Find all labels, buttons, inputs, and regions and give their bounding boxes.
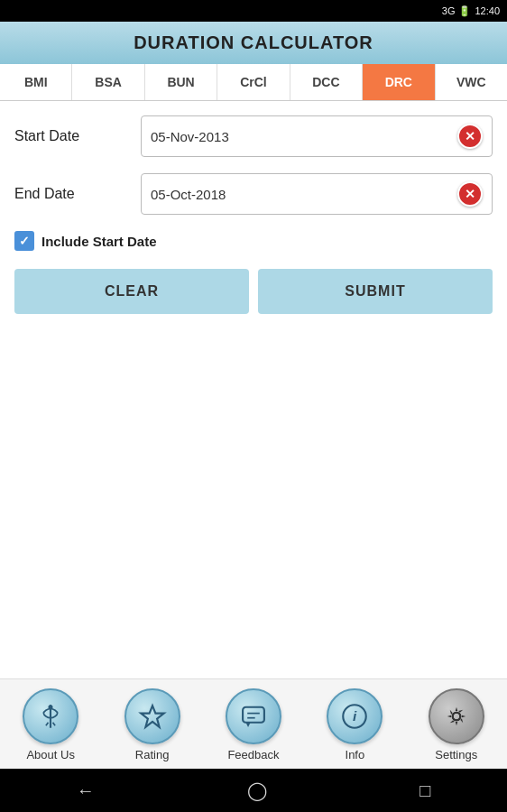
feedback-label: Feedback <box>227 748 279 761</box>
recents-button[interactable]: □ <box>419 780 430 801</box>
action-buttons: CLEAR SUBMIT <box>14 269 493 314</box>
battery-icon: 🔋 <box>458 5 471 17</box>
clear-end-date-button[interactable] <box>457 181 483 207</box>
android-nav-bar: ← ◯ □ <box>0 769 507 812</box>
start-date-input[interactable]: 05-Nov-2013 <box>141 115 493 157</box>
chat-icon <box>238 701 269 732</box>
main-content: Start Date 05-Nov-2013 End Date 05-Oct-2… <box>0 101 507 678</box>
svg-text:i: i <box>353 708 357 724</box>
nav-about-us[interactable]: About Us <box>14 688 87 761</box>
back-button[interactable]: ← <box>77 780 95 801</box>
nav-feedback[interactable]: Feedback <box>217 688 290 761</box>
caduceus-icon <box>35 701 66 732</box>
submit-button[interactable]: SUBMIT <box>258 269 493 314</box>
include-start-label: Include Start Date <box>41 234 157 249</box>
info-icon-circle: i <box>327 688 383 744</box>
tab-crcl[interactable]: CrCl <box>217 64 290 100</box>
nav-rating[interactable]: Rating <box>116 688 189 761</box>
nav-info[interactable]: i Info <box>318 688 391 761</box>
svg-line-2 <box>46 723 49 725</box>
status-bar: 3G 🔋 12:40 <box>0 0 507 22</box>
info-icon: i <box>339 701 370 732</box>
end-date-value: 05-Oct-2018 <box>151 187 450 202</box>
svg-rect-5 <box>243 707 264 723</box>
include-start-checkbox[interactable] <box>14 231 34 251</box>
start-date-label: Start Date <box>14 128 141 144</box>
network-indicator: 3G <box>442 5 456 16</box>
include-start-row: Include Start Date <box>14 231 493 251</box>
settings-icon-circle <box>429 688 484 744</box>
feedback-icon-circle <box>226 688 281 744</box>
gear-icon <box>441 701 472 732</box>
tab-bun[interactable]: BUN <box>145 64 217 100</box>
page-title: DURATION CALCULATOR <box>0 32 507 53</box>
about-us-icon-circle <box>23 688 78 744</box>
time-display: 12:40 <box>475 5 500 16</box>
info-label: Info <box>346 748 365 761</box>
tab-bsa[interactable]: BSA <box>72 64 144 100</box>
nav-settings[interactable]: Settings <box>420 688 493 761</box>
start-date-value: 05-Nov-2013 <box>151 129 450 144</box>
clear-start-date-button[interactable] <box>457 124 483 149</box>
svg-marker-8 <box>245 723 250 727</box>
svg-point-1 <box>49 705 53 709</box>
tab-drc[interactable]: DRC <box>363 64 435 100</box>
end-date-row: End Date 05-Oct-2018 <box>14 173 493 215</box>
bottom-nav: About Us Rating Feedback i <box>0 678 507 769</box>
clear-button[interactable]: CLEAR <box>14 269 249 314</box>
about-us-label: About Us <box>26 748 74 761</box>
tab-vwc[interactable]: VWC <box>436 64 507 100</box>
settings-label: Settings <box>435 748 477 761</box>
tab-bar: BMI BSA BUN CrCl DCC DRC VWC <box>0 64 507 101</box>
app-header: DURATION CALCULATOR <box>0 22 507 64</box>
tab-dcc[interactable]: DCC <box>290 64 363 100</box>
tab-bmi[interactable]: BMI <box>0 64 72 100</box>
end-date-label: End Date <box>14 186 141 202</box>
home-button[interactable]: ◯ <box>247 780 267 801</box>
end-date-input[interactable]: 05-Oct-2018 <box>141 173 493 215</box>
rating-label: Rating <box>135 748 170 761</box>
svg-point-12 <box>453 713 461 721</box>
svg-marker-4 <box>141 706 164 727</box>
svg-line-3 <box>53 723 56 725</box>
star-icon <box>137 701 168 732</box>
start-date-row: Start Date 05-Nov-2013 <box>14 115 493 157</box>
rating-icon-circle <box>124 688 180 744</box>
